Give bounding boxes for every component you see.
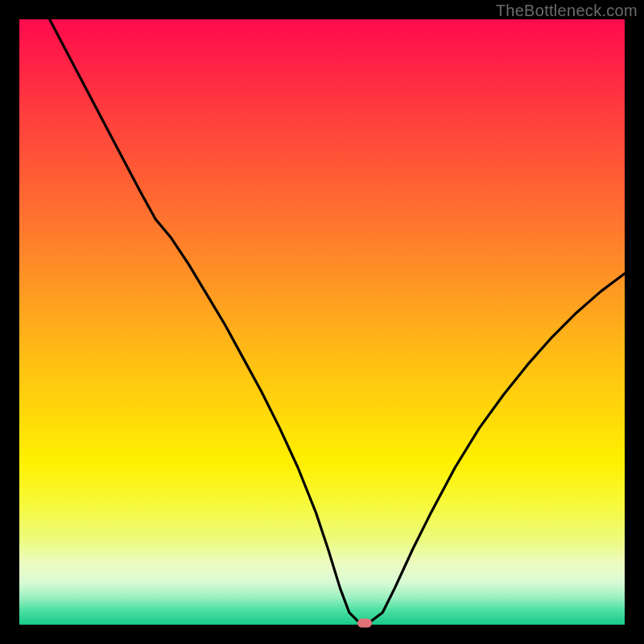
watermark-text: TheBottleneck.com	[496, 2, 638, 20]
plot-svg	[19, 19, 625, 625]
optimum-marker	[357, 618, 372, 627]
plot-area	[19, 19, 625, 625]
chart-frame: TheBottleneck.com	[0, 0, 644, 644]
